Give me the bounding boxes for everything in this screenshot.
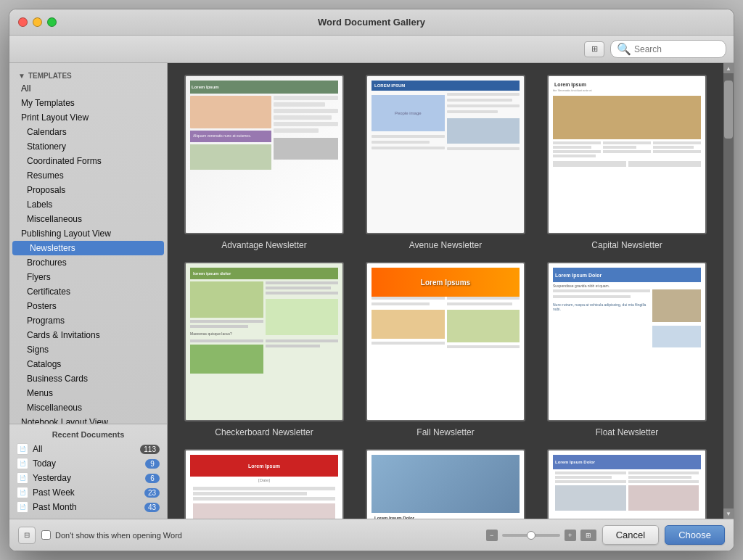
sidebar-item-menus[interactable]: Menus (9, 386, 167, 400)
sidebar-item-catalogs[interactable]: Catalogs (9, 357, 167, 371)
sidebar-item-misc1[interactable]: Miscellaneous (9, 212, 167, 226)
template-preview-advantage[interactable]: Lorem Ipsum Aliquam venenatis nunc at eu… (184, 75, 344, 234)
recent-item-all[interactable]: 📄 All 113 (9, 442, 167, 456)
template-bottom-3[interactable]: Lorem Ipsum Dolor (542, 449, 712, 519)
template-label-avenue: Avenue Newsletter (409, 240, 483, 250)
search-input[interactable] (634, 44, 720, 54)
sidebar-item-business-cards[interactable]: Business Cards (9, 371, 167, 386)
recent-icon-today: 📄 (17, 458, 28, 469)
template-preview-bottom-2[interactable]: Lorem Ipsum Dolor (366, 449, 525, 519)
sidebar-item-publishing-layout[interactable]: Publishing Layout View (9, 226, 167, 241)
sidebar-item-all[interactable]: All (9, 81, 167, 96)
recent-item-yesterday[interactable]: 📄 Yesterday 6 (9, 471, 167, 485)
sidebar-item-flyers[interactable]: Flyers (9, 270, 167, 284)
zoom-thumb (527, 531, 535, 540)
template-label-capital: Capital Newsletter (591, 240, 662, 250)
dont-show-label[interactable]: Don't show this when opening Word (55, 531, 182, 540)
sidebar-item-notebook-layout[interactable]: Notebook Layout View (9, 415, 167, 424)
sidebar-item-programs[interactable]: Programs (9, 313, 167, 328)
recent-label-past-month: Past Month (33, 502, 144, 512)
search-box[interactable]: 🔍 (610, 40, 726, 58)
sidebar-item-stationery[interactable]: Stationery (9, 139, 167, 154)
content-wrapper: Lorem Ipsum Aliquam venenatis nunc at eu… (168, 63, 734, 519)
recent-count-today: 9 (145, 459, 160, 469)
template-bottom-1[interactable]: Lorem Ipsum [Date] (179, 449, 349, 519)
template-preview-fall[interactable]: Lorem Ipsums (366, 262, 525, 421)
maximize-button[interactable] (47, 17, 57, 27)
zoom-slider[interactable] (502, 534, 560, 537)
template-gallery: Lorem Ipsum Aliquam venenatis nunc at eu… (168, 63, 723, 519)
template-checkerboard[interactable]: lorem ipsum dolor Maecenas quisque lacus… (179, 262, 349, 437)
minimize-button[interactable] (33, 17, 42, 27)
sidebar-item-my-templates[interactable]: My Templates (9, 96, 167, 110)
sidebar-item-print-layout[interactable]: Print Layout View (9, 110, 167, 125)
template-preview-float[interactable]: Lorem Ipsum Dolor Suspendisse gravida ni… (547, 262, 707, 421)
window-icon-button[interactable]: ⊟ (18, 527, 36, 544)
sidebar-item-coordinated-forms[interactable]: Coordinated Forms (9, 154, 167, 168)
main-content: ▼ TEMPLATES All My Templates Print Layou… (9, 63, 734, 519)
content-area: Lorem Ipsum Aliquam venenatis nunc at eu… (168, 63, 723, 519)
zoom-in-icon[interactable]: + (565, 530, 576, 541)
dont-show-checkbox[interactable] (41, 530, 51, 540)
scroll-track[interactable] (723, 73, 734, 508)
template-label-fall: Fall Newsletter (416, 427, 474, 437)
close-button[interactable] (18, 17, 28, 27)
sidebar-item-posters[interactable]: Posters (9, 299, 167, 313)
template-preview-bottom-3[interactable]: Lorem Ipsum Dolor (547, 449, 707, 519)
sidebar-item-signs[interactable]: Signs (9, 342, 167, 357)
recent-icon-past-week: 📄 (17, 487, 28, 498)
template-label-float: Float Newsletter (596, 427, 659, 437)
zoom-fit-icon[interactable]: ⊞ (580, 530, 596, 541)
recent-item-past-month[interactable]: 📄 Past Month 43 (9, 500, 167, 514)
recent-docs-panel: Recent Documents 📄 All 113 📄 Today 9 📄 Y… (9, 424, 167, 519)
recent-label-all: All (33, 444, 140, 454)
zoom-area: − + ⊞ (486, 530, 596, 541)
scroll-thumb[interactable] (724, 81, 733, 139)
view-icon-button[interactable]: ⊞ (584, 41, 604, 57)
toolbar: ⊞ 🔍 (9, 36, 734, 63)
recent-icon: 📄 (17, 443, 28, 455)
sidebar-item-calendars[interactable]: Calendars (9, 125, 167, 139)
triangle-icon: ▼ (18, 72, 25, 80)
sidebar-nav: ▼ TEMPLATES All My Templates Print Layou… (9, 63, 167, 424)
recent-item-past-week[interactable]: 📄 Past Week 23 (9, 485, 167, 500)
checkbox-area: Don't show this when opening Word (41, 530, 182, 540)
template-capital[interactable]: Lorem Ipsum the Venenatis tincidunt ante… (542, 75, 712, 250)
window-icon: ⊟ (24, 531, 30, 539)
template-preview-checkerboard[interactable]: lorem ipsum dolor Maecenas quisque lacus… (184, 262, 344, 421)
templates-section-header: ▼ TEMPLATES (9, 69, 167, 81)
recent-label-past-week: Past Week (33, 487, 144, 498)
template-float[interactable]: Lorem Ipsum Dolor Suspendisse gravida ni… (542, 262, 712, 437)
recent-count-yesterday: 6 (145, 474, 160, 483)
sidebar-item-newsletters[interactable]: Newsletters (12, 241, 164, 255)
sidebar-item-certificates[interactable]: Certificates (9, 284, 167, 299)
scroll-down[interactable]: ▼ (723, 508, 734, 519)
template-preview-avenue[interactable]: LOREM IPSUM People image (366, 75, 525, 234)
template-fall[interactable]: Lorem Ipsums (361, 262, 530, 437)
template-label-checkerboard: Checkerboard Newsletter (215, 427, 313, 437)
sidebar-item-cards[interactable]: Cards & Invitations (9, 328, 167, 342)
cancel-button[interactable]: Cancel (602, 525, 659, 545)
sidebar-item-proposals[interactable]: Proposals (9, 183, 167, 197)
recent-item-today[interactable]: 📄 Today 9 (9, 456, 167, 471)
recent-label-today: Today (33, 458, 145, 469)
title-bar: Word Document Gallery (9, 9, 734, 36)
template-bottom-2[interactable]: Lorem Ipsum Dolor (361, 449, 530, 519)
template-advantage[interactable]: Lorem Ipsum Aliquam venenatis nunc at eu… (179, 75, 349, 250)
recent-icon-past-month: 📄 (17, 501, 28, 513)
zoom-out-icon[interactable]: − (486, 530, 498, 541)
template-avenue[interactable]: LOREM IPSUM People image (361, 75, 530, 250)
sidebar-item-misc2[interactable]: Miscellaneous (9, 400, 167, 415)
choose-button[interactable]: Choose (665, 525, 725, 545)
window-controls (18, 17, 57, 27)
template-preview-bottom-1[interactable]: Lorem Ipsum [Date] (184, 449, 344, 519)
sidebar-item-brochures[interactable]: Brochures (9, 255, 167, 270)
scroll-up[interactable]: ▲ (723, 63, 734, 73)
scrollbar[interactable]: ▲ ▼ (723, 63, 734, 519)
sidebar-item-labels[interactable]: Labels (9, 197, 167, 212)
template-preview-capital[interactable]: Lorem Ipsum the Venenatis tincidunt ante… (547, 75, 707, 234)
recent-count-past-week: 23 (144, 488, 160, 498)
recent-label-yesterday: Yesterday (33, 473, 145, 483)
search-icon: 🔍 (617, 42, 631, 56)
sidebar-item-resumes[interactable]: Resumes (9, 168, 167, 183)
